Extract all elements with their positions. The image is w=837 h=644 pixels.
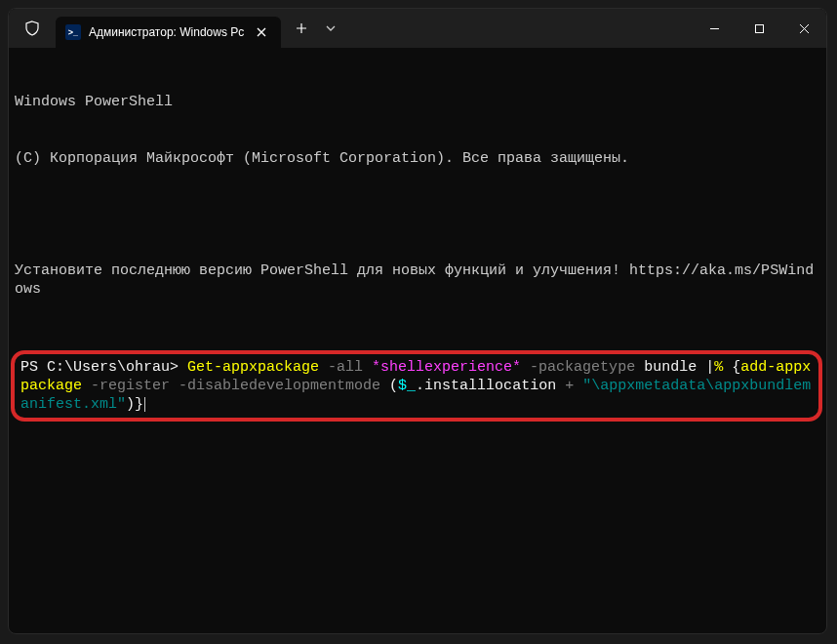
cmd-token: | xyxy=(705,359,714,376)
cmd-token: -packagetype xyxy=(521,359,644,376)
cmd-token: { xyxy=(732,359,740,376)
maximize-icon xyxy=(754,23,765,34)
shield-icon xyxy=(24,20,40,36)
cmd-token: )} xyxy=(126,396,143,413)
titlebar-left: >_ Администратор: Windows Pc xyxy=(9,9,345,48)
new-tab-button[interactable] xyxy=(287,14,316,43)
cmd-token: .installlocation xyxy=(416,378,565,394)
cmd-token: -register -disabledevelopmentmode xyxy=(82,378,389,394)
cmd-token: bundle xyxy=(644,359,705,376)
text-cursor xyxy=(144,397,145,412)
tab-dropdown-button[interactable] xyxy=(316,14,345,43)
cmd-token: + xyxy=(565,378,582,394)
maximize-button[interactable] xyxy=(737,9,781,48)
cmd-token: -all xyxy=(319,359,372,376)
cmd-token: Get-appxpackage xyxy=(187,359,319,376)
cmd-token: $_ xyxy=(398,378,416,394)
powershell-icon: >_ xyxy=(65,24,81,40)
tab-title: Администратор: Windows Pc xyxy=(89,25,244,39)
command-highlight: PS C:\Users\ohrau> Get-appxpackage -all … xyxy=(11,350,822,423)
minimize-icon xyxy=(709,23,720,34)
plus-icon xyxy=(296,22,307,34)
header-line-2: (C) Корпорация Майкрософт (Microsoft Cor… xyxy=(15,149,820,168)
notice-line: Установите последнюю версию PowerShell д… xyxy=(15,262,820,299)
terminal-window: >_ Администратор: Windows Pc xyxy=(8,8,827,634)
admin-shield-area xyxy=(9,9,56,48)
tab-powershell[interactable]: >_ Администратор: Windows Pc xyxy=(56,17,281,48)
cmd-token: *shellexperience* xyxy=(372,359,521,376)
minimize-button[interactable] xyxy=(692,9,737,48)
blank-line xyxy=(15,206,820,224)
terminal-content[interactable]: Windows PowerShell (C) Корпорация Майкро… xyxy=(9,48,826,633)
header-line-1: Windows PowerShell xyxy=(15,93,820,111)
window-controls xyxy=(692,9,826,48)
cmd-token: % xyxy=(714,359,732,376)
close-icon xyxy=(257,27,266,37)
titlebar: >_ Администратор: Windows Pc xyxy=(9,9,826,48)
svg-rect-0 xyxy=(755,24,763,32)
tab-close-button[interactable] xyxy=(252,22,271,42)
cmd-token: ( xyxy=(389,378,398,394)
close-button[interactable] xyxy=(781,9,826,48)
close-icon xyxy=(799,23,810,34)
prompt-text: PS C:\Users\ohrau> xyxy=(20,359,187,376)
chevron-down-icon xyxy=(326,25,336,31)
